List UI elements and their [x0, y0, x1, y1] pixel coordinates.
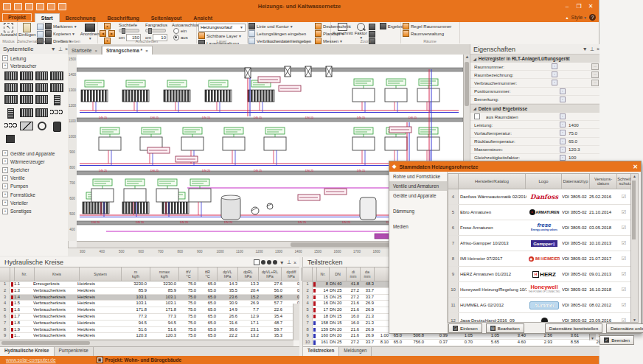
property-row[interactable]: Raumnummer:▫… [470, 63, 599, 71]
ellipsis-button[interactable]: … [591, 63, 599, 70]
catalog-row[interactable]: 11HUMMEL AG 02/2012hummelVDI 3805-0208.0… [448, 298, 630, 313]
expander-icon[interactable]: + [2, 158, 8, 164]
catalog-row[interactable]: 6Frese ArmaturenfreseEnergy-saving valve… [448, 220, 630, 236]
column-header[interactable]: θR°C [198, 267, 218, 281]
copy-icon[interactable] [37, 31, 44, 38]
solar-computer-link[interactable]: www.solar-computer.de [6, 357, 56, 363]
property-button[interactable]: ▫ [560, 97, 566, 102]
linie-kontur-button[interactable]: Linie und Kontur▼ [248, 23, 311, 29]
symbol-circ[interactable] [35, 122, 49, 129]
pin-icon[interactable]: ⊥ [287, 259, 291, 265]
symbol-rad[interactable] [35, 83, 49, 92]
layer-dropdown[interactable]: Heizungsvorlauf▼ [198, 24, 246, 32]
table-row[interactable]: 9160DN 2021.626.91.0065.0506.80.391.051.… [303, 333, 599, 340]
catalog-row[interactable]: 4Danfoss Wärmeautomatik 02/2016DanfossVD… [448, 189, 630, 205]
checkbox-checked[interactable]: ☑ [622, 240, 626, 245]
column-header[interactable]: Nr. [15, 267, 35, 281]
symbol-chip[interactable] [6, 135, 15, 143]
symbol-rad[interactable] [4, 95, 18, 104]
hk-vscrollbar[interactable] [293, 304, 299, 340]
property-row[interactable]: Raumbezeichnung:▫… [470, 71, 599, 79]
category-ger-te-und-apparate[interactable]: +Geräte und Apparate [2, 150, 68, 156]
ribbon-tab-seitenlayout[interactable]: Seitenlayout [145, 14, 188, 22]
maximize-button[interactable]: ❒ [574, 2, 584, 10]
property-button[interactable]: ▫ [560, 88, 566, 94]
property-row[interactable]: Leistung:▫1400 [470, 121, 599, 129]
property-button[interactable]: ▫ [560, 139, 566, 144]
expander-icon[interactable]: + [2, 192, 8, 197]
expander-icon[interactable]: + [2, 183, 8, 189]
property-row[interactable]: Verbrauchernummer:▫… [470, 79, 599, 87]
checkbox[interactable] [474, 113, 480, 119]
column-header[interactable]: θV°C [179, 267, 198, 281]
column-header[interactable]: dimm [347, 267, 361, 281]
table-row[interactable]: 61.7VerbraucherkreisHeizkreis77.377.375.… [0, 314, 299, 321]
expander-icon[interactable]: + [2, 63, 8, 69]
checkbox-checked[interactable]: ☑ [622, 318, 626, 323]
catalog-row[interactable]: 5Ebro Armaturen●ARMATURENVDI 3805-0221.1… [448, 205, 630, 220]
ribbon-tab-ansicht[interactable]: Ansicht [187, 14, 218, 22]
symbol-diag[interactable] [20, 122, 33, 130]
expander-icon[interactable]: + [2, 167, 8, 173]
leitungslaengen-button[interactable]: Leitungslängen eingeben [248, 30, 311, 37]
property-button[interactable]: ▫ [560, 122, 566, 127]
close-icon[interactable]: × [94, 49, 97, 53]
column-header[interactable]: mmaxkg/h [150, 267, 179, 281]
property-button[interactable]: ▫ [560, 130, 566, 136]
table-row[interactable]: 41.5VerbraucherkreisHeizkreis103.1103.17… [0, 301, 299, 307]
doc-tab-strangschema-[interactable]: Strangschema *× [102, 46, 153, 55]
catalog-row[interactable]: 10Honeywell Heizung/Regelung 10/2018Hone… [448, 282, 630, 298]
symbol-col[interactable] [7, 108, 14, 119]
zoom-out-icon[interactable] [369, 31, 375, 38]
checkbox-checked[interactable]: ☑ [622, 225, 626, 230]
dialog-nav-d-mmung[interactable]: Dämmung [389, 206, 447, 216]
checkbox-checked[interactable]: ☑ [622, 194, 626, 199]
table-row[interactable]: 81.9VerbraucherkreisHeizkreis51.651.675.… [0, 327, 299, 334]
table-row[interactable]: 21.3VerbraucherkreisHeizkreis85.985.975.… [0, 288, 299, 295]
symbol-rad[interactable] [4, 83, 18, 92]
property-row[interactable]: aus Raumdaten▫ [470, 113, 599, 121]
table-row[interactable]: 10161DN 2527.233.78.1065.0756.00.370.705… [303, 340, 599, 345]
dialog-button-bearbeiten[interactable]: ▤Bearbeiten [486, 323, 524, 333]
ribbon-tab-berechnung[interactable]: Berechnung [60, 14, 102, 22]
info-icon[interactable] [267, 260, 271, 265]
sichtbare-layer-button[interactable]: Sichtbare Layer▼ [198, 32, 247, 39]
property-row[interactable]: Bemerkung:▫ [470, 96, 599, 104]
checkbox-checked[interactable]: ☑ [622, 302, 626, 307]
column-header[interactable] [0, 267, 10, 281]
pin-icon[interactable]: ⊥ [58, 46, 63, 52]
tab-meldungen[interactable]: Meldungen [339, 347, 372, 356]
dialog-button-datens-tze-online-suchen[interactable]: Datensätze online suchen [606, 323, 643, 333]
catalog-row[interactable]: 8IMI Heimeier 07/2017◉IMI HEIMEIERVDI 38… [448, 251, 630, 267]
column-header[interactable]: Logo [526, 174, 562, 189]
catalog-row[interactable]: 9HERZ Armaturen 01/2012HHERZVDI 3805-020… [448, 267, 630, 282]
kopieren-button[interactable]: Kopieren▼ [45, 30, 77, 37]
property-row[interactable]: Positionsnummer:▫ [470, 88, 599, 96]
table-row[interactable]: 91...VerbraucherkreisHeizkreis120.3120.3… [0, 333, 299, 340]
column-header[interactable]: dpVLhPa [218, 267, 238, 281]
checkbox-checked[interactable]: ☑ [622, 271, 626, 276]
property-button[interactable]: ▫ [560, 147, 566, 153]
symbol-rad[interactable] [35, 95, 49, 104]
tree-item-verbraucher[interactable]: +Verbraucher [2, 63, 68, 69]
symbol-coil[interactable] [4, 122, 18, 129]
column-header[interactable]: damm [361, 267, 375, 281]
expander-icon[interactable]: + [2, 55, 8, 61]
symbol-rad[interactable] [4, 71, 18, 80]
column-header[interactable]: mkg/h [122, 267, 150, 281]
minimize-button[interactable]: – [562, 2, 572, 10]
property-button[interactable]: ▫ [560, 113, 566, 119]
tree-item-leitung[interactable]: +Leitung [2, 55, 68, 61]
symbol-rad[interactable] [35, 71, 49, 80]
checkbox-checked[interactable]: ☑ [622, 287, 626, 292]
auswahl-button[interactable]: ↖ Auswahl [0, 23, 17, 37]
pin-icon[interactable]: ⊥ [590, 46, 594, 52]
column-header[interactable]: Nr. [317, 267, 330, 281]
property-button[interactable]: ▫ [552, 80, 557, 85]
ellipsis-button[interactable]: … [591, 80, 599, 86]
style-selector[interactable]: ▲ Style ▼ ? [566, 14, 596, 21]
close-icon[interactable]: ✕ [633, 164, 638, 170]
expander-icon[interactable]: + [2, 209, 8, 214]
checkbox-checked[interactable]: ☑ [622, 256, 626, 261]
beenden-button[interactable]: ✓ Beenden [599, 335, 634, 345]
